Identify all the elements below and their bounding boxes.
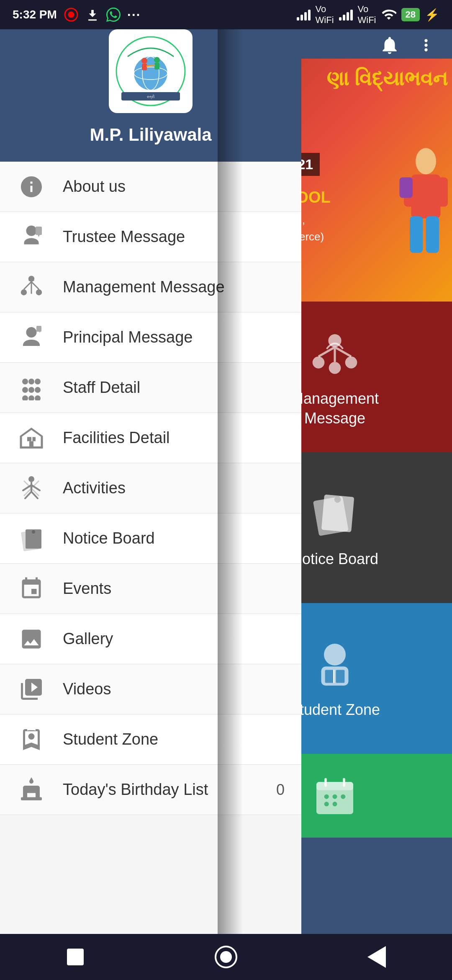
svg-line-37: [147, 65, 154, 66]
whatsapp-icon: [106, 8, 121, 22]
more-icon: ···: [127, 7, 141, 23]
student-zone-label: Student Zone: [63, 730, 285, 748]
svg-rect-68: [21, 797, 42, 800]
gallery-label: Gallery: [63, 630, 285, 648]
menu-item-birthday-list[interactable]: Today's Birthday List 0: [0, 765, 301, 815]
svg-rect-21: [316, 782, 353, 790]
student-zone-menu-icon: [17, 725, 46, 754]
student-figure: [389, 142, 448, 270]
time-display: 5:32 PM: [13, 8, 57, 21]
svg-point-52: [28, 395, 34, 400]
svg-point-47: [35, 379, 41, 384]
svg-point-56: [28, 476, 34, 482]
school-name: M.P. Liliyawala: [90, 125, 211, 145]
svg-point-66: [32, 530, 35, 534]
svg-point-45: [22, 379, 28, 384]
bottom-navigation: [0, 934, 452, 980]
svg-point-40: [26, 225, 37, 236]
events-label: Events: [63, 580, 285, 598]
circle-icon: [215, 946, 237, 968]
videos-icon: [17, 675, 46, 704]
svg-line-60: [25, 492, 31, 498]
svg-rect-5: [438, 178, 448, 207]
gujarati-text: ણા વિદ્યાભવન: [326, 67, 448, 91]
events-menu-icon: [17, 574, 46, 603]
events-icon: [312, 773, 358, 819]
menu-item-events[interactable]: Events: [0, 564, 301, 614]
menu-item-about-us[interactable]: About us: [0, 162, 301, 212]
svg-point-30: [134, 57, 167, 90]
notification-icon[interactable]: [379, 35, 400, 56]
svg-point-28: [333, 802, 337, 806]
birthday-badge: 0: [276, 781, 285, 799]
vo-label-1: VoWiFi: [316, 4, 334, 26]
menu-item-management-message[interactable]: Management Message: [0, 262, 301, 312]
svg-rect-8: [400, 178, 413, 198]
principal-icon: [17, 323, 46, 352]
activities-icon: [17, 474, 46, 503]
svg-point-44: [26, 327, 37, 338]
svg-rect-3: [411, 175, 441, 219]
trustee-label: Trustee Message: [63, 228, 285, 246]
record-icon: [64, 7, 79, 22]
svg-point-16: [324, 644, 346, 665]
svg-point-43: [36, 289, 42, 295]
management-tile-label: Management: [291, 390, 379, 407]
svg-rect-6: [410, 216, 423, 253]
signal-bars-2: [339, 9, 353, 21]
status-left: 5:32 PM ···: [13, 7, 141, 23]
svg-point-67: [25, 633, 29, 637]
svg-point-27: [324, 802, 329, 806]
home-nav-button[interactable]: [211, 942, 241, 972]
menu-item-principal-message[interactable]: Principal Message: [0, 312, 301, 363]
status-bar: 5:32 PM ··· VoWiFi VoWiFi 28 ⚡: [0, 0, 452, 29]
signal-bars-1: [297, 9, 311, 21]
status-right: VoWiFi VoWiFi 28 ⚡: [297, 4, 439, 26]
about-us-label: About us: [63, 178, 285, 196]
menu-item-gallery[interactable]: Gallery: [0, 614, 301, 664]
management-menu-icon: [17, 273, 46, 302]
vo-label-2: VoWiFi: [358, 4, 376, 26]
svg-point-2: [416, 148, 436, 175]
square-icon: [67, 949, 84, 965]
svg-point-24: [324, 794, 329, 799]
menu-item-student-zone[interactable]: Student Zone: [0, 714, 301, 765]
svg-rect-55: [33, 437, 36, 441]
menu-item-videos[interactable]: Videos: [0, 664, 301, 714]
menu-item-notice-board[interactable]: Notice Board: [0, 513, 301, 564]
notice-board-label: Notice Board: [63, 529, 285, 547]
facilities-icon: [17, 423, 46, 453]
svg-line-61: [31, 492, 38, 498]
svg-point-50: [35, 387, 41, 393]
birthday-label: Today's Birthday List: [63, 781, 259, 799]
management-label: Management Message: [63, 278, 285, 296]
battery-indicator: 28: [401, 8, 420, 21]
student-zone-tile-label: Student Zone: [290, 701, 380, 719]
svg-point-12: [329, 362, 341, 374]
svg-rect-7: [426, 216, 439, 253]
menu-item-trustee-message[interactable]: Trustee Message: [0, 212, 301, 262]
svg-rect-34: [142, 64, 147, 70]
back-nav-button[interactable]: [362, 942, 391, 972]
circle-inner: [220, 951, 232, 963]
svg-point-46: [28, 379, 34, 384]
menu-item-facilities-detail[interactable]: Facilities Detail: [0, 413, 301, 463]
menu-item-activities[interactable]: Activities: [0, 463, 301, 513]
square-nav-button[interactable]: [61, 942, 90, 972]
more-vert-icon[interactable]: [417, 36, 435, 54]
svg-point-33: [141, 58, 147, 64]
school-logo: સ્ત્રૌ: [115, 36, 186, 107]
staff-label: Staff Detail: [63, 379, 285, 397]
back-icon: [367, 946, 386, 968]
drawer-menu: About us Trustee Message: [0, 162, 301, 980]
gallery-icon: [17, 624, 46, 654]
svg-point-35: [154, 57, 160, 63]
svg-rect-54: [27, 437, 31, 441]
logo-container: સ્ત્રૌ: [109, 29, 193, 113]
principal-label: Principal Message: [63, 328, 285, 346]
facilities-label: Facilities Detail: [63, 429, 285, 447]
activities-label: Activities: [63, 479, 285, 497]
menu-item-staff-detail[interactable]: Staff Detail: [0, 363, 301, 413]
svg-point-53: [35, 395, 41, 400]
svg-point-1: [68, 12, 74, 18]
